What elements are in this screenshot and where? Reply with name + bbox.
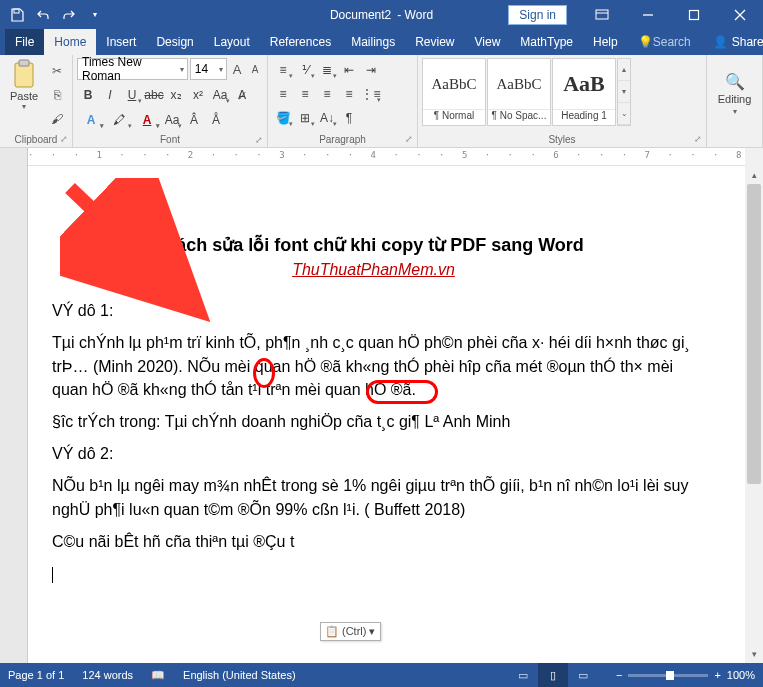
redo-icon[interactable] — [56, 0, 82, 29]
align-center-icon[interactable]: ≡ — [294, 83, 316, 105]
bullets-icon[interactable]: ≡ — [272, 59, 294, 81]
text-effects-icon[interactable]: A — [77, 109, 105, 131]
zoom-slider-thumb[interactable] — [666, 671, 674, 680]
superscript-button[interactable]: x² — [187, 84, 209, 106]
tell-me-search[interactable]: 💡 Search — [628, 29, 701, 55]
svg-rect-0 — [14, 9, 19, 13]
save-icon[interactable] — [4, 0, 30, 29]
zoom-control[interactable]: − + 100% — [616, 669, 755, 681]
share-button[interactable]: 👤Share — [701, 29, 763, 55]
close-icon[interactable] — [717, 0, 763, 29]
horizontal-ruler: · · · 1 · · · 2 · · · 3 · · · 4 · · · 5 … — [0, 148, 763, 166]
font-color-icon[interactable]: A — [133, 109, 161, 131]
strikethrough-button[interactable]: abc — [143, 84, 165, 106]
paragraph-launcher-icon[interactable]: ⤢ — [405, 134, 413, 144]
underline-button[interactable]: U — [121, 84, 143, 106]
tab-view[interactable]: View — [465, 29, 511, 55]
undo-icon[interactable] — [30, 0, 56, 29]
sort-icon[interactable]: A↓ — [316, 107, 338, 129]
tab-design[interactable]: Design — [146, 29, 203, 55]
ribbon-display-icon[interactable] — [579, 0, 625, 29]
font-size-select[interactable]: 14 — [190, 58, 227, 80]
editing-button[interactable]: 🔍 Editing ▾ — [711, 58, 758, 131]
app-name: - Word — [397, 8, 433, 22]
tab-home[interactable]: Home — [44, 29, 96, 55]
page-indicator[interactable]: Page 1 of 1 — [8, 669, 64, 681]
paste-label[interactable]: Paste — [10, 90, 38, 102]
tab-insert[interactable]: Insert — [96, 29, 146, 55]
paste-options-button[interactable]: 📋 (Ctrl) ▾ — [320, 622, 381, 641]
shrink-font-icon[interactable]: A — [247, 58, 263, 80]
tab-review[interactable]: Review — [405, 29, 464, 55]
subscript-button[interactable]: x₂ — [165, 84, 187, 106]
shading-icon[interactable]: 🪣 — [272, 107, 294, 129]
paste-icon[interactable] — [8, 58, 40, 90]
clipboard-icon: 📋 — [325, 625, 339, 638]
styles-more-icon[interactable]: ⌄ — [618, 103, 630, 125]
tab-layout[interactable]: Layout — [204, 29, 260, 55]
clipboard-launcher-icon[interactable]: ⤢ — [60, 134, 68, 144]
zoom-out-icon[interactable]: − — [616, 669, 622, 681]
vertical-ruler[interactable] — [0, 166, 28, 663]
clear-formatting-icon[interactable]: A̷ — [231, 84, 253, 106]
tab-help[interactable]: Help — [583, 29, 628, 55]
scroll-down-icon[interactable]: ▾ — [745, 645, 763, 663]
minimize-icon[interactable] — [625, 0, 671, 29]
format-painter-icon[interactable]: 🖌 — [46, 108, 68, 130]
character-shading-icon[interactable]: Aa — [161, 109, 183, 131]
read-mode-icon[interactable]: ▭ — [508, 663, 538, 687]
print-layout-icon[interactable]: ▯ — [538, 663, 568, 687]
word-count[interactable]: 124 words — [82, 669, 133, 681]
phonetic-guide-icon[interactable]: Å — [205, 109, 227, 131]
scroll-up-icon[interactable]: ▴ — [745, 166, 763, 184]
maximize-icon[interactable] — [671, 0, 717, 29]
grow-font-icon[interactable]: A — [229, 58, 245, 80]
styles-launcher-icon[interactable]: ⤢ — [694, 134, 702, 144]
style-no-spacing[interactable]: AaBbC ¶ No Spac... — [487, 58, 551, 126]
styles-up-icon[interactable]: ▴ — [618, 59, 630, 81]
tab-mathtype[interactable]: MathType — [510, 29, 583, 55]
vertical-scrollbar[interactable]: ▴ ▾ — [745, 166, 763, 663]
cut-icon[interactable]: ✂ — [46, 60, 68, 82]
font-launcher-icon[interactable]: ⤢ — [255, 135, 263, 145]
justify-icon[interactable]: ≡ — [338, 83, 360, 105]
highlight-icon[interactable]: 🖍 — [105, 109, 133, 131]
increase-indent-icon[interactable]: ⇥ — [360, 59, 382, 81]
copy-icon[interactable]: ⎘ — [46, 84, 68, 106]
style-heading1[interactable]: AaB Heading 1 — [552, 58, 616, 126]
document-viewport[interactable]: Cách sửa lỗi font chữ khi copy từ PDF sa… — [28, 166, 745, 663]
text-cursor — [52, 562, 695, 580]
line-spacing-icon[interactable]: ⋮≡ — [360, 83, 382, 105]
find-icon: 🔍 — [725, 72, 745, 91]
bold-button[interactable]: B — [77, 84, 99, 106]
multilevel-icon[interactable]: ≣ — [316, 59, 338, 81]
sign-in-button[interactable]: Sign in — [508, 5, 567, 25]
decrease-indent-icon[interactable]: ⇤ — [338, 59, 360, 81]
group-font: Times New Roman 14 A A B I U abc x₂ x² A… — [73, 55, 268, 147]
tab-file[interactable]: File — [5, 29, 44, 55]
scroll-thumb[interactable] — [747, 184, 761, 484]
align-right-icon[interactable]: ≡ — [316, 83, 338, 105]
borders-icon[interactable]: ⊞ — [294, 107, 316, 129]
language-indicator[interactable]: English (United States) — [183, 669, 296, 681]
style-normal[interactable]: AaBbC ¶ Normal — [422, 58, 486, 126]
italic-button[interactable]: I — [99, 84, 121, 106]
change-case-button[interactable]: Aa — [209, 84, 231, 106]
zoom-level[interactable]: 100% — [727, 669, 755, 681]
window-title: Document2 - Word — [330, 8, 433, 22]
styles-scroll[interactable]: ▴ ▾ ⌄ — [617, 58, 631, 126]
svg-rect-8 — [19, 60, 29, 66]
styles-down-icon[interactable]: ▾ — [618, 81, 630, 103]
align-left-icon[interactable]: ≡ — [272, 83, 294, 105]
web-layout-icon[interactable]: ▭ — [568, 663, 598, 687]
font-name-select[interactable]: Times New Roman — [77, 58, 188, 80]
title-bar: ▾ Document2 - Word Sign in — [0, 0, 763, 29]
proofing-icon[interactable]: 📖 — [151, 669, 165, 682]
show-marks-icon[interactable]: ¶ — [338, 107, 360, 129]
tab-mailings[interactable]: Mailings — [341, 29, 405, 55]
numbering-icon[interactable]: ⅟ — [294, 59, 316, 81]
enclose-chars-icon[interactable]: Â — [183, 109, 205, 131]
zoom-in-icon[interactable]: + — [714, 669, 720, 681]
qat-customize-icon[interactable]: ▾ — [82, 0, 108, 29]
tab-references[interactable]: References — [260, 29, 341, 55]
